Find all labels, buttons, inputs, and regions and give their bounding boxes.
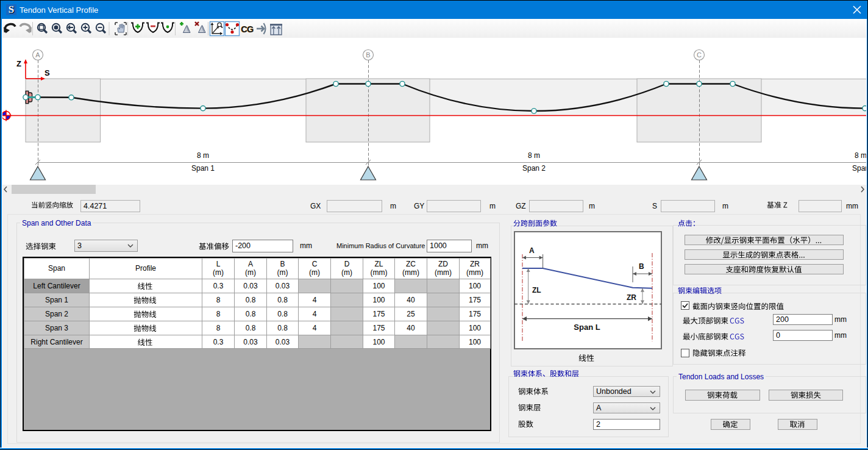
svg-text:Z: Z [16,59,21,68]
svg-text:Span 2: Span 2 [522,164,546,173]
svg-text:B: B [366,51,370,59]
svg-text:S: S [44,68,50,77]
svg-text:8 m: 8 m [197,151,209,160]
svg-text:8 m: 8 m [855,151,867,160]
svg-text:8 m: 8 m [528,151,540,160]
svg-text:ZL: ZL [532,286,541,295]
svg-text:B: B [639,262,644,271]
svg-text:ZR: ZR [627,293,636,302]
svg-text:A: A [35,51,40,59]
svg-text:CG: CG [241,24,254,34]
svg-text:C: C [697,51,702,59]
svg-text:Span 1: Span 1 [191,164,215,173]
svg-text:Span L: Span L [574,323,600,332]
svg-text:A: A [529,246,535,255]
